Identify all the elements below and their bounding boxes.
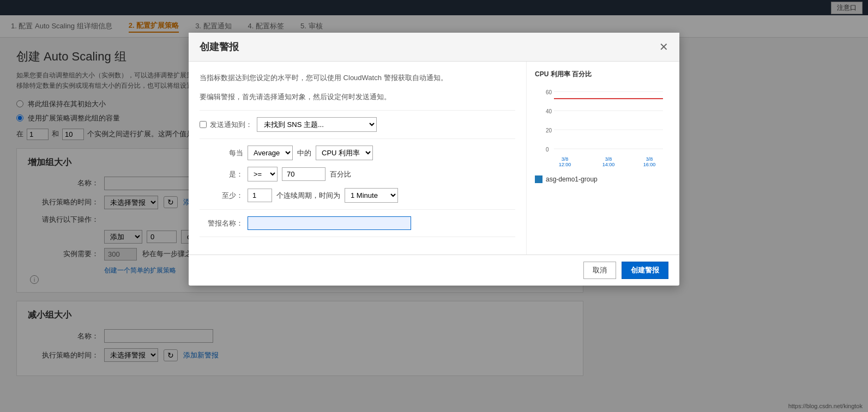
svg-text:60: 60	[546, 89, 552, 95]
modal-aggregate-select[interactable]: Average Sum Min Max	[248, 146, 293, 160]
svg-text:3/8: 3/8	[646, 156, 653, 162]
modal-periods-input[interactable]	[248, 189, 272, 202]
modal-is-row: 是： >= <= > < 百分比	[200, 167, 515, 181]
modal-threshold-input[interactable]	[282, 167, 326, 181]
modal-header: 创建警报 ✕	[189, 33, 679, 62]
svg-text:14:00: 14:00	[602, 162, 615, 167]
modal-when-row: 每当 Average Sum Min Max 中的 CPU 利用率	[200, 146, 515, 160]
modal-right-panel: CPU 利用率 百分比 60 40 20 0	[527, 62, 679, 255]
notify-label: 发送通知到：	[210, 120, 252, 130]
modal-body: 当指标数据达到您设定的水平时，您可以使用 CloudWatch 警报获取自动通知…	[189, 62, 679, 255]
svg-text:20: 20	[546, 128, 552, 134]
modal-separator4	[200, 237, 515, 237]
modal-threshold-unit: 百分比	[330, 169, 351, 179]
svg-text:16:00: 16:00	[643, 162, 656, 167]
modal-alarm-name-input[interactable]: awsec2-asg-demo1-group-CPU-large-70	[248, 216, 411, 230]
modal-condition-select[interactable]: >= <= > <	[248, 167, 278, 181]
modal-when-label: 每当	[200, 148, 243, 158]
chart-legend: asg-demo1-group	[535, 175, 671, 183]
notify-checkbox-row: 发送通知到：	[200, 120, 252, 130]
modal-alarm-name-row: 警报名称： awsec2-asg-demo1-group-CPU-large-7…	[200, 216, 515, 230]
legend-color-box	[535, 175, 542, 183]
modal-period-select[interactable]: 1 Minute 5 Minutes 15 Minutes	[345, 188, 398, 203]
chart-title: CPU 利用率 百分比	[535, 70, 671, 79]
modal-of-label: 中的	[297, 148, 311, 158]
modal-close-button[interactable]: ✕	[659, 41, 668, 52]
modal-footer: 取消 创建警报	[189, 255, 679, 286]
legend-label: asg-demo1-group	[546, 175, 598, 183]
svg-text:3/8: 3/8	[562, 156, 569, 162]
modal-is-label: 是：	[200, 169, 243, 179]
modal-overlay[interactable]: 创建警报 ✕ 当指标数据达到您设定的水平时，您可以使用 CloudWatch 警…	[0, 0, 868, 387]
modal-title: 创建警报	[200, 40, 239, 53]
svg-text:0: 0	[546, 147, 549, 153]
modal-desc1: 当指标数据达到您设定的水平时，您可以使用 CloudWatch 警报获取自动通知…	[200, 72, 515, 83]
chart-svg-wrapper: 60 40 20 0 3/8 12:00	[535, 83, 671, 172]
notify-checkbox[interactable]	[200, 121, 207, 128]
modal-left-panel: 当指标数据达到您设定的水平时，您可以使用 CloudWatch 警报获取自动通知…	[189, 62, 527, 255]
modal-until-label: 至少：	[200, 191, 243, 201]
notify-row: 发送通知到： 未找到 SNS 主题...	[200, 117, 515, 132]
modal-metric-select[interactable]: CPU 利用率	[316, 146, 373, 160]
modal-alarm-name-label: 警报名称：	[200, 219, 243, 228]
modal-separator3	[200, 209, 515, 210]
svg-text:40: 40	[546, 108, 552, 114]
modal-until-row: 至少： 个连续周期，时间为 1 Minute 5 Minutes 15 Minu…	[200, 188, 515, 203]
cancel-button[interactable]: 取消	[583, 262, 616, 279]
svg-text:12:00: 12:00	[559, 162, 571, 167]
modal-separator2	[200, 138, 515, 139]
svg-text:3/8: 3/8	[605, 156, 612, 162]
modal-separator1	[200, 110, 515, 111]
cpu-chart: 60 40 20 0 3/8 12:00	[535, 83, 666, 171]
modal-desc2: 要编辑警报，首先请选择通知对象，然后设定何时发送通知。	[200, 92, 515, 102]
modal-periods-suffix: 个连续周期，时间为	[276, 191, 340, 201]
create-alarm-modal: 创建警报 ✕ 当指标数据达到您设定的水平时，您可以使用 CloudWatch 警…	[189, 33, 679, 286]
notify-select[interactable]: 未找到 SNS 主题...	[257, 117, 377, 132]
create-alarm-button[interactable]: 创建警报	[622, 262, 668, 279]
